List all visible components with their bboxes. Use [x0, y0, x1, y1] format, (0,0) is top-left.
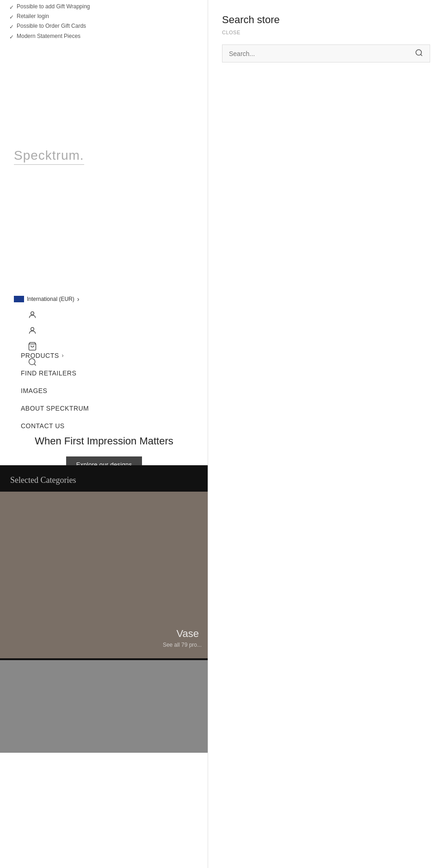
feature-text-2: Retailer login [17, 12, 49, 21]
nav-images[interactable]: IMAGES [21, 387, 89, 394]
wishlist-icon[interactable] [27, 325, 38, 336]
feature-text-3: Possible to Order Gift Cards [17, 22, 86, 31]
svg-point-0 [31, 312, 34, 315]
account-icon[interactable] [27, 309, 38, 320]
feature-item-2: ✓ Retailer login [9, 12, 90, 22]
nav-products-label: PRODUCTS [21, 352, 59, 359]
svg-point-5 [416, 50, 421, 55]
logo-area[interactable]: Specktrum. [14, 148, 84, 163]
hero-title: When First Impression Matters [9, 435, 199, 447]
categories-header: Selected Categories [0, 465, 208, 492]
feature-item-1: ✓ Possible to add Gift Wrapping [9, 2, 90, 12]
search-submit-button[interactable] [415, 49, 423, 58]
check-icon-1: ✓ [9, 3, 14, 12]
categories-section: Selected Categories Vase See all 79 pro.… [0, 465, 208, 753]
feature-text-4: Modern Statement Pieces [17, 32, 80, 41]
search-store-title: Search store [222, 14, 430, 26]
search-input[interactable] [229, 50, 415, 57]
svg-point-1 [31, 327, 34, 331]
nav-about[interactable]: ABOUT SPECKTRUM [21, 405, 89, 412]
category-second-image[interactable] [0, 660, 208, 753]
category-vase-image[interactable]: Vase See all 79 pro... [0, 492, 208, 658]
navigation-menu: PRODUCTS › FIND RETAILERS IMAGES ABOUT S… [21, 352, 89, 430]
feature-item-4: ✓ Modern Statement Pieces [9, 32, 90, 42]
svg-line-6 [420, 54, 422, 56]
feature-list: ✓ Possible to add Gift Wrapping ✓ Retail… [0, 0, 99, 42]
check-icon-2: ✓ [9, 13, 14, 22]
flag-icon [14, 296, 24, 302]
nav-retailers[interactable]: FIND RETAILERS [21, 369, 89, 377]
left-panel: ✓ Possible to add Gift Wrapping ✓ Retail… [0, 0, 208, 868]
nav-images-label: IMAGES [21, 387, 47, 394]
nav-about-label: ABOUT SPECKTRUM [21, 405, 89, 412]
site-logo: Specktrum. [14, 148, 84, 165]
nav-products[interactable]: PRODUCTS › [21, 352, 89, 359]
nav-retailers-label: FIND RETAILERS [21, 369, 76, 377]
cart-icon[interactable] [27, 341, 38, 352]
category-vase-label: Vase [176, 628, 199, 640]
check-icon-4: ✓ [9, 33, 14, 42]
feature-item-3: ✓ Possible to Order Gift Cards [9, 22, 90, 31]
check-icon-3: ✓ [9, 23, 14, 31]
search-input-wrapper [222, 44, 430, 62]
feature-text-1: Possible to add Gift Wrapping [17, 2, 90, 11]
nav-products-arrow: › [62, 352, 64, 359]
category-vase-sublabel: See all 79 pro... [163, 642, 202, 648]
search-close-button[interactable]: CLOSE [222, 30, 430, 35]
language-selector[interactable]: International (EUR) › [14, 295, 79, 303]
search-overlay: Search store CLOSE [208, 0, 444, 868]
categories-title: Selected Categories [10, 475, 198, 485]
language-arrow-icon: › [77, 295, 80, 303]
language-label: International (EUR) [27, 296, 74, 302]
